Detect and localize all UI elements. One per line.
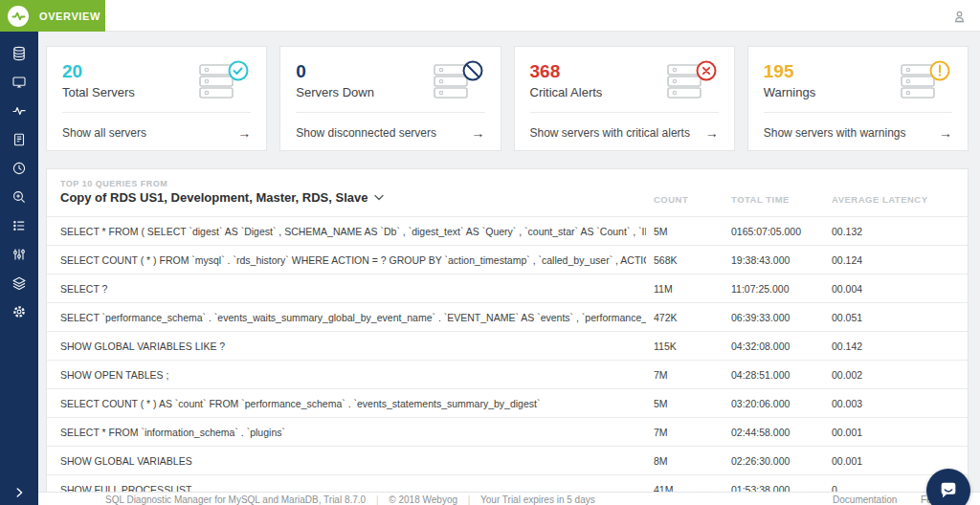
table-row[interactable]: SELECT ? 11M 11:07:25.000 00.004 xyxy=(47,274,968,302)
query-table: SELECT * FROM ( SELECT `digest` AS `Dige… xyxy=(47,216,968,499)
documentation-link[interactable]: Documentation xyxy=(833,494,897,505)
footer-text: SQL Diagnostic Manager for MySQL and Mar… xyxy=(105,494,595,505)
database-icon[interactable] xyxy=(0,39,38,68)
product-version: SQL Diagnostic Manager for MySQL and Mar… xyxy=(105,494,366,505)
total-servers-card: 20 Total Servers Show all servers → xyxy=(46,46,267,151)
query-text: SHOW GLOBAL VARIABLES LIKE ? xyxy=(60,340,646,352)
top-queries-panel: TOP 10 QUERIES FROM Copy of RDS US1, Dev… xyxy=(46,168,969,499)
settings-gear-icon[interactable] xyxy=(0,297,38,326)
query-avg-latency: 00.001 xyxy=(832,427,862,438)
query-text: SELECT `performance_schema` . `events_wa… xyxy=(60,312,646,323)
query-text: SELECT ? xyxy=(60,283,646,295)
divider: | xyxy=(376,494,379,505)
table-row[interactable]: SHOW GLOBAL VARIABLES 8M 02:26:30.000 00… xyxy=(47,446,968,474)
query-text: SELECT * FROM ( SELECT `digest` AS `Dige… xyxy=(60,226,646,237)
query-total-time: 19:38:43.000 xyxy=(731,254,790,266)
report-icon[interactable] xyxy=(0,125,38,154)
arrow-right-icon: → xyxy=(472,125,485,141)
query-total-time: 04:32:08.000 xyxy=(731,340,790,352)
link-label: Show servers with critical alerts xyxy=(530,126,690,140)
query-total-time: 06:39:33.000 xyxy=(731,312,790,323)
chevron-down-icon xyxy=(374,194,384,201)
show-warnings-link[interactable]: Show servers with warnings → xyxy=(764,125,952,141)
show-critical-alerts-link[interactable]: Show servers with critical alerts → xyxy=(530,125,719,141)
main-content: 20 Total Servers Show all servers → xyxy=(38,32,980,505)
sidebar-expand-button[interactable] xyxy=(0,482,38,503)
server-stack-check-icon xyxy=(199,60,251,102)
panel-eyebrow: TOP 10 QUERIES FROM xyxy=(60,179,167,188)
overview-tab[interactable]: OVERVIEW xyxy=(0,0,105,32)
pulse-logo-icon xyxy=(8,6,29,27)
server-stack-ban-icon xyxy=(434,60,485,102)
tune-sliders-icon[interactable] xyxy=(0,240,38,269)
link-label: Show all servers xyxy=(62,126,146,140)
table-row[interactable]: SELECT COUNT ( * ) AS `count` FROM `perf… xyxy=(47,388,968,417)
server-stack-warning-icon xyxy=(901,60,952,102)
column-header-average-latency: AVERAGE LATENCY xyxy=(832,194,928,205)
top-bar: OVERVIEW xyxy=(0,0,980,32)
divider: | xyxy=(468,494,471,505)
query-text: SELECT * FROM `information_schema` . `pl… xyxy=(60,427,646,438)
query-avg-latency: 00.132 xyxy=(832,226,862,237)
app-window: OVERVIEW xyxy=(0,0,980,505)
monitor-icon[interactable] xyxy=(0,68,38,97)
chat-support-button[interactable] xyxy=(926,469,970,505)
list-icon[interactable] xyxy=(0,211,38,240)
show-disconnected-servers-link[interactable]: Show disconnected servers → xyxy=(296,125,484,141)
show-all-servers-link[interactable]: Show all servers → xyxy=(62,125,251,141)
query-total-time: 11:07:25.000 xyxy=(731,283,790,295)
server-selector-value: Copy of RDS US1, Development, Master, RD… xyxy=(60,190,368,205)
query-total-time: 02:44:58.000 xyxy=(731,427,790,438)
warnings-card: 195 Warnings Show servers with warnings … xyxy=(747,46,969,151)
layers-icon[interactable] xyxy=(0,269,38,297)
chat-bubble-icon xyxy=(938,480,959,501)
query-count: 5M xyxy=(654,398,668,409)
query-count: 115K xyxy=(654,340,677,352)
query-avg-latency: 00.002 xyxy=(832,369,862,381)
query-search-icon[interactable] xyxy=(0,183,38,211)
arrow-right-icon: → xyxy=(939,125,952,141)
query-total-time: 04:28:51.000 xyxy=(731,369,790,381)
metric-cards: 20 Total Servers Show all servers → xyxy=(46,46,969,151)
query-count: 568K xyxy=(654,254,678,266)
table-row[interactable]: SHOW GLOBAL VARIABLES LIKE ? 115K 04:32:… xyxy=(47,331,968,360)
query-count: 5M xyxy=(654,226,668,237)
query-avg-latency: 00.124 xyxy=(832,254,862,266)
query-count: 7M xyxy=(654,369,668,381)
server-selector-dropdown[interactable]: Copy of RDS US1, Development, Master, RD… xyxy=(60,190,384,205)
query-avg-latency: 00.004 xyxy=(832,283,862,295)
query-count: 7M xyxy=(654,427,668,438)
query-text: SHOW GLOBAL VARIABLES xyxy=(60,455,646,467)
table-row[interactable]: SELECT `performance_schema` . `events_wa… xyxy=(47,302,968,331)
query-total-time: 02:26:30.000 xyxy=(731,455,790,467)
query-count: 472K xyxy=(654,312,678,323)
column-header-count: COUNT xyxy=(654,194,688,205)
user-icon[interactable] xyxy=(949,7,969,26)
table-row[interactable]: SELECT COUNT ( * ) FROM `mysql` . `rds_h… xyxy=(47,245,968,274)
query-text: SELECT COUNT ( * ) AS `count` FROM `perf… xyxy=(60,398,646,409)
table-row[interactable]: SHOW OPEN TABLES ; 7M 04:28:51.000 00.00… xyxy=(47,360,968,388)
sidebar xyxy=(0,32,38,505)
trial-status: Your Trial expires in 5 days xyxy=(480,494,595,505)
critical-alerts-card: 368 Critical Alerts Show servers with cr… xyxy=(514,46,735,151)
query-avg-latency: 00.051 xyxy=(832,312,862,323)
footer-bar: SQL Diagnostic Manager for MySQL and Mar… xyxy=(38,492,980,505)
server-stack-cross-icon xyxy=(667,60,719,102)
history-clock-icon[interactable] xyxy=(0,154,38,183)
column-header-total-time: TOTAL TIME xyxy=(731,194,790,205)
page-title: OVERVIEW xyxy=(39,11,100,22)
query-text: SELECT COUNT ( * ) FROM `mysql` . `rds_h… xyxy=(60,254,646,266)
copyright: © 2018 Webyog xyxy=(389,494,457,505)
query-text: SHOW OPEN TABLES ; xyxy=(60,369,646,381)
pulse-icon[interactable] xyxy=(0,97,38,125)
query-count: 11M xyxy=(654,283,673,295)
arrow-right-icon: → xyxy=(705,125,719,141)
query-avg-latency: 00.003 xyxy=(832,398,862,409)
query-avg-latency: 00.001 xyxy=(832,455,862,467)
table-row[interactable]: SELECT * FROM `information_schema` . `pl… xyxy=(47,417,968,446)
table-row[interactable]: SELECT * FROM ( SELECT `digest` AS `Dige… xyxy=(47,216,968,245)
query-total-time: 0165:07:05.000 xyxy=(731,226,801,237)
arrow-right-icon: → xyxy=(237,125,251,141)
query-count: 8M xyxy=(654,455,668,467)
link-label: Show disconnected servers xyxy=(296,126,436,140)
